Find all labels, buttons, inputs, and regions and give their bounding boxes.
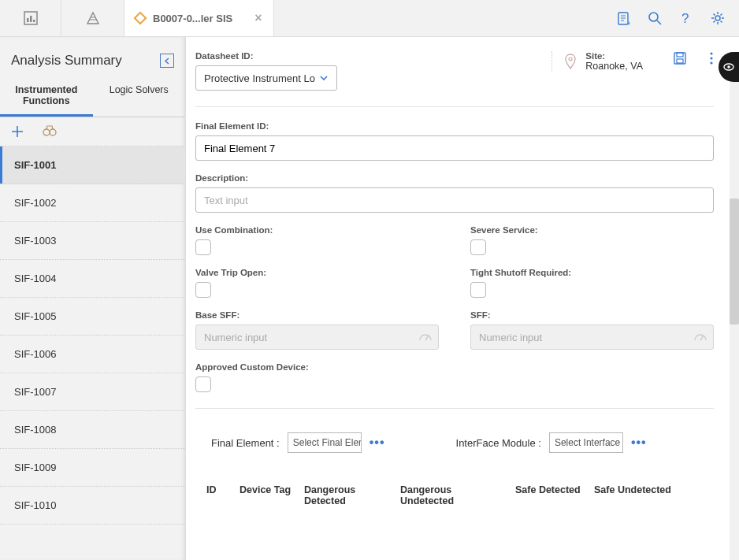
- final-element-more-button[interactable]: •••: [370, 436, 385, 450]
- approved-custom-label: Approved Custom Device:: [195, 362, 714, 372]
- tight-shutoff-label: Tight Shutoff Required:: [470, 268, 714, 277]
- nav-dashboard-tab[interactable]: [0, 0, 61, 36]
- sidebar-title: Analysis Summary: [11, 53, 122, 69]
- tab-label: B0007-0...ler SIS: [153, 13, 232, 24]
- final-element-id-input[interactable]: [195, 135, 714, 161]
- tab-instrumented-functions[interactable]: Instrumented Functions: [0, 80, 93, 117]
- svg-text:+: +: [627, 20, 630, 25]
- interface-select[interactable]: Select Interface: [549, 432, 623, 453]
- col-device-tag: Device Tag: [240, 484, 304, 506]
- approved-custom-checkbox[interactable]: [195, 376, 211, 392]
- active-document-tab[interactable]: B0007-0...ler SIS ×: [124, 0, 274, 36]
- sidebar: Analysis Summary Instrumented Functions …: [0, 37, 186, 560]
- add-icon[interactable]: [11, 125, 24, 138]
- binoculars-icon[interactable]: [43, 125, 57, 136]
- nav-hierarchy-tab[interactable]: [61, 0, 124, 36]
- more-vertical-icon[interactable]: [709, 51, 714, 65]
- sff-label: SFF:: [470, 310, 714, 320]
- svg-rect-12: [674, 53, 685, 64]
- svg-point-6: [649, 13, 658, 21]
- sidebar-list: SIF-1001 SIF-1002 SIF-1003 SIF-1004 SIF-…: [0, 146, 185, 560]
- sff-input[interactable]: [470, 325, 714, 350]
- site-value: Roanoke, VA: [585, 61, 643, 72]
- sidebar-item[interactable]: SIF-1001: [0, 146, 185, 184]
- base-sff-input[interactable]: [195, 325, 439, 350]
- search-icon[interactable]: [648, 11, 662, 25]
- help-icon[interactable]: ?: [679, 11, 693, 25]
- sidebar-item[interactable]: SIF-1009: [0, 449, 185, 487]
- svg-point-17: [710, 61, 712, 64]
- interface-more-button[interactable]: •••: [631, 436, 647, 450]
- sidebar-item[interactable]: SIF-1008: [0, 411, 185, 449]
- final-element-select[interactable]: Select Final Elem: [288, 432, 362, 453]
- severe-service-label: Severe Service:: [470, 225, 714, 235]
- svg-point-19: [727, 65, 730, 69]
- chevron-down-icon: [319, 73, 329, 83]
- svg-rect-2: [30, 16, 32, 22]
- datasheet-label: Datasheet ID:: [195, 51, 337, 61]
- diamond-icon: [134, 12, 147, 25]
- svg-rect-1: [27, 18, 29, 22]
- toolbar-spacer: [274, 0, 602, 36]
- content-area: Datasheet ID: Protective Instrument Lo S…: [186, 37, 739, 560]
- sidebar-item[interactable]: SIF-1002: [0, 184, 185, 222]
- col-safe-detected: Safe Detected: [515, 484, 594, 506]
- svg-point-16: [710, 57, 712, 59]
- valve-trip-checkbox[interactable]: [195, 282, 211, 298]
- location-pin-icon: [563, 53, 577, 70]
- divider: [195, 106, 714, 107]
- gauge-icon: [693, 331, 707, 342]
- eye-icon: [722, 61, 735, 73]
- svg-rect-3: [33, 20, 35, 22]
- svg-point-15: [710, 52, 712, 54]
- base-sff-label: Base SFF:: [195, 310, 439, 320]
- tab-logic-solvers[interactable]: Logic Solvers: [93, 80, 186, 117]
- use-combination-checkbox[interactable]: [195, 239, 211, 255]
- datasheet-select[interactable]: Protective Instrument Lo: [195, 65, 337, 91]
- sidebar-item[interactable]: SIF-1006: [0, 336, 185, 373]
- save-icon[interactable]: [673, 51, 687, 65]
- sidebar-item[interactable]: SIF-1010: [0, 487, 185, 525]
- tight-shutoff-checkbox[interactable]: [470, 282, 486, 298]
- sidebar-collapse-button[interactable]: [160, 54, 174, 68]
- description-label: Description:: [195, 173, 714, 183]
- sidebar-item[interactable]: SIF-1003: [0, 222, 185, 260]
- final-element-select-label: Final Element :: [211, 437, 280, 449]
- scrollbar-thumb[interactable]: [730, 198, 739, 325]
- svg-point-11: [569, 57, 572, 61]
- settings-gear-icon[interactable]: [711, 11, 725, 25]
- final-element-id-label: Final Element ID:: [195, 121, 714, 131]
- use-combination-label: Use Combination:: [195, 225, 439, 235]
- sidebar-item[interactable]: SIF-1004: [0, 260, 185, 298]
- site-label: Site:: [585, 51, 643, 61]
- svg-point-8: [715, 16, 720, 20]
- datasheet-value: Protective Instrument Lo: [204, 72, 315, 84]
- divider: [195, 408, 714, 409]
- chart-icon: [24, 11, 38, 25]
- col-dangerous-undetected: Dangerous Undetected: [400, 484, 515, 506]
- interface-select-label: InterFace Module :: [456, 437, 541, 449]
- svg-point-9: [43, 129, 50, 135]
- description-input[interactable]: [195, 187, 714, 213]
- valve-trip-label: Valve Trip Open:: [195, 268, 439, 277]
- sidebar-item[interactable]: SIF-1007: [0, 373, 185, 411]
- svg-rect-13: [677, 53, 683, 57]
- col-id: ID: [206, 484, 240, 506]
- clipboard-icon[interactable]: +: [616, 11, 630, 25]
- col-safe-undetected: Safe Undetected: [594, 484, 681, 506]
- pyramid-icon: [86, 11, 100, 25]
- severe-service-checkbox[interactable]: [470, 239, 486, 255]
- table-header-row: ID Device Tag Dangerous Detected Dangero…: [195, 473, 714, 517]
- chevron-left-icon: [164, 57, 171, 65]
- col-dangerous-detected: Dangerous Detected: [304, 484, 400, 506]
- svg-point-10: [50, 129, 56, 135]
- tab-close-button[interactable]: ×: [254, 11, 262, 25]
- gauge-icon: [418, 331, 433, 342]
- svg-text:?: ?: [681, 11, 689, 25]
- sidebar-item[interactable]: SIF-1005: [0, 298, 185, 336]
- svg-rect-14: [677, 59, 683, 63]
